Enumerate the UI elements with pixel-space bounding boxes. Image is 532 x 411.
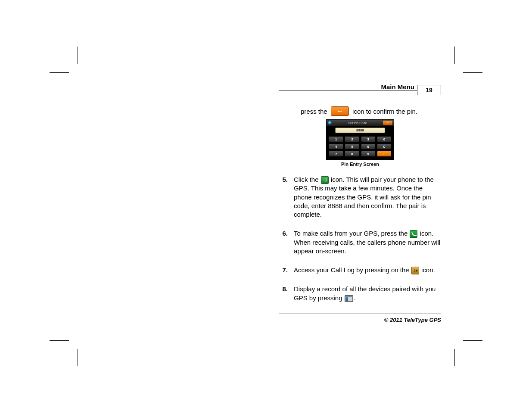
pin-back-icon (328, 121, 332, 125)
step-text-before: Click the (294, 176, 319, 183)
crop-mark-br (452, 336, 482, 366)
call-log-icon (411, 267, 419, 274)
step-text-after: icon. (421, 266, 435, 274)
phone-icon (410, 230, 417, 238)
section-title: Main Menu (381, 83, 415, 90)
crop-mark-bl (50, 336, 80, 366)
intro-before: press the (301, 108, 327, 115)
pin-key: 3 (361, 136, 376, 142)
step-text-after: . (354, 294, 355, 302)
step-body: Display a record of all the devices pair… (294, 285, 441, 302)
pin-key: 9 (361, 151, 376, 157)
page-footer: © 2011 TeleType GPS (279, 314, 441, 323)
instruction-list: 5. Click the icon. This will pair your p… (279, 175, 441, 302)
pin-key: 8 (345, 151, 359, 157)
pin-key: C (377, 143, 392, 149)
crop-mark-tl (50, 47, 80, 77)
pin-display: 8888 (335, 128, 385, 133)
step-item: 8. Display a record of all the devices p… (279, 285, 441, 302)
pin-key: 1 (329, 136, 343, 142)
pin-key: 7 (329, 151, 343, 157)
step-body: Access your Call Log by pressing on the … (294, 266, 441, 274)
intro-after: icon to confirm the pin. (352, 108, 417, 115)
enter-arrow-icon (331, 106, 349, 116)
step-text-before: Display a record of all the devices pair… (294, 285, 436, 301)
pin-key: 4 (329, 143, 343, 149)
intro-text: press the icon to confirm the pin. (279, 106, 441, 116)
step-number: 6. (279, 229, 288, 255)
step-body: To make calls from your GPS, press the i… (294, 229, 441, 255)
page-number: 19 (417, 85, 441, 95)
step-number: 5. (279, 175, 288, 219)
step-text-before: To make calls from your GPS, press the (294, 230, 408, 237)
pin-entry-figure: Set Pin Code 8888 1 2 3 0 4 5 6 C 7 8 9 … (279, 119, 441, 167)
pin-titlebar: Set Pin Code (327, 120, 394, 126)
step-item: 7. Access your Call Log by pressing on t… (279, 266, 441, 274)
step-item: 6. To make calls from your GPS, press th… (279, 229, 441, 255)
step-number: 8. (279, 285, 288, 302)
paired-devices-icon (345, 295, 353, 302)
step-body: Click the icon. This will pair your phon… (294, 175, 441, 219)
pin-key: 5 (345, 143, 359, 149)
pin-key-enter (377, 151, 392, 157)
page-header: Main Menu 19 (279, 82, 441, 90)
crop-mark-tr (452, 47, 482, 77)
pin-key: 6 (361, 143, 376, 149)
pin-key: 0 (377, 136, 392, 142)
step-number: 7. (279, 266, 288, 274)
pin-title: Set Pin Code (333, 121, 382, 125)
pin-entry-screenshot: Set Pin Code 8888 1 2 3 0 4 5 6 C 7 8 9 (326, 119, 394, 160)
step-item: 5. Click the icon. This will pair your p… (279, 175, 441, 219)
bluetooth-icon (321, 176, 329, 184)
figure-caption: Pin Entry Screen (279, 162, 441, 167)
pin-confirm-icon (383, 121, 392, 125)
pin-keypad: 1 2 3 0 4 5 6 C 7 8 9 (327, 135, 394, 159)
step-text-before: Access your Call Log by pressing on the (294, 266, 409, 274)
page-content: Main Menu 19 press the icon to confirm t… (279, 82, 441, 313)
pin-key: 2 (345, 136, 359, 142)
